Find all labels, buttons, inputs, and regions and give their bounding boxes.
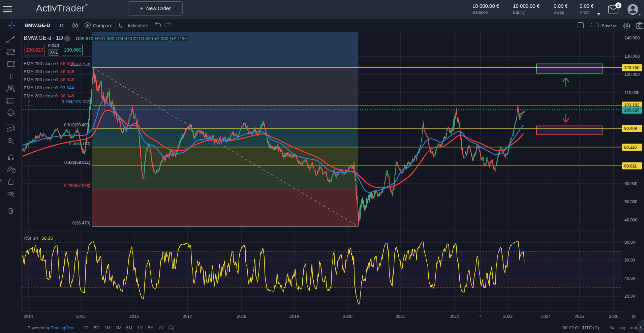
svg-text:40.000: 40.000 [624,218,637,222]
svg-text:0(36.470): 0(36.470) [72,221,90,225]
svg-text:0.618(90.409): 0.618(90.409) [64,123,90,127]
svg-text:50.000: 50.000 [624,200,637,204]
svg-text:2015: 2015 [76,314,86,319]
svg-text:2016: 2016 [129,314,139,319]
svg-text:0.382(69.811): 0.382(69.811) [64,160,90,165]
svg-text:120.000: 120.000 [624,72,640,77]
svg-text:40.00: 40.00 [624,276,635,281]
svg-text:4: 4 [480,314,482,319]
svg-text:2014: 2014 [24,314,33,319]
svg-text:2018: 2018 [237,314,246,319]
svg-text:2020: 2020 [343,314,352,319]
svg-text:0.764(103.182): 0.764(103.182) [62,99,90,104]
svg-text:2026: 2026 [609,314,618,319]
svg-text:2021: 2021 [396,314,405,319]
svg-text:2025: 2025 [575,314,584,319]
svg-text:2022: 2022 [450,314,459,319]
svg-text:69.811: 69.811 [624,164,637,169]
svg-text:60.000: 60.000 [624,181,637,186]
svg-text:2024: 2024 [541,314,551,319]
svg-text:⚙: ⚙ [632,314,636,320]
svg-text:110.000: 110.000 [624,90,639,95]
svg-text:3: 3 [617,3,620,8]
svg-text:20.00: 20.00 [624,294,635,299]
svg-text:2019: 2019 [289,314,299,319]
svg-text:0.236(57.068): 0.236(57.068) [64,183,90,188]
svg-text:100.820: 100.820 [624,108,639,113]
svg-text:0.5(80.110): 0.5(80.110) [69,141,90,146]
svg-text:90.409: 90.409 [624,126,637,131]
svg-text:123.750: 123.750 [624,65,639,70]
svg-text:2023: 2023 [503,314,513,319]
svg-text:80.00: 80.00 [624,240,635,245]
svg-text:140.000: 140.000 [624,36,640,40]
svg-text:60.00: 60.00 [624,258,635,263]
svg-text:130.000: 130.000 [624,54,640,59]
svg-text:2017: 2017 [183,314,192,319]
svg-text:80.110: 80.110 [624,145,637,150]
